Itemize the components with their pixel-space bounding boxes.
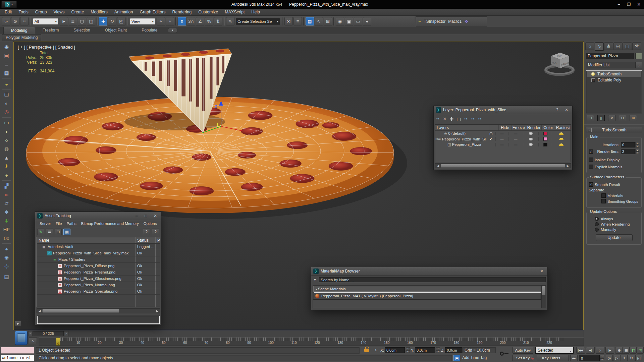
menu-item[interactable]: File (53, 221, 64, 226)
light-lister-icon[interactable]: ◒ (2, 80, 11, 88)
hair-fur-icon[interactable]: HF (2, 225, 11, 233)
asset-name[interactable]: Pepperoni_Pizza_Fresnel.png (64, 270, 115, 274)
coordinate-spinner[interactable]: ▲▼ (436, 347, 440, 353)
layer-manager-icon[interactable]: ▤ (306, 17, 314, 25)
spheres-icon[interactable]: ∞ (2, 190, 11, 198)
freeze-toggle[interactable]: — (508, 132, 523, 135)
asset-name[interactable]: Autodesk Vault (48, 245, 73, 249)
help-icon[interactable]: ? (152, 229, 159, 235)
frame-spinner[interactable]: ▲▼ (600, 355, 604, 361)
asset-row[interactable] (37, 301, 160, 307)
camera-bw-icon[interactable]: ▢ (2, 90, 11, 99)
rectangular-selection-icon[interactable]: ▢ (78, 17, 86, 25)
close-icon[interactable]: ✕ (563, 107, 570, 113)
select-move-icon[interactable]: ✚ (99, 17, 107, 25)
asset-row[interactable]: ▨Pepperoni_Pizza_Fresnel.png Ok (37, 269, 160, 276)
tree-view-icon[interactable]: ⊟ (55, 229, 62, 235)
minimize-button[interactable]: – (133, 213, 140, 219)
separator[interactable] (303, 17, 304, 25)
play-selected-icon[interactable]: ▷ (613, 355, 620, 361)
separator[interactable] (333, 17, 334, 25)
material-editor-icon[interactable]: ◉ (336, 17, 344, 25)
auto-key-button[interactable]: Auto Key (513, 347, 533, 354)
manually-radio[interactable] (595, 228, 599, 232)
object-color-swatch[interactable] (635, 53, 642, 59)
previous-frame-arrow[interactable]: < (28, 331, 33, 336)
close-button[interactable]: ✕ (634, 1, 644, 8)
info-view-icon[interactable]: ≣ (46, 229, 53, 235)
tab-object-paint[interactable]: Object Paint (98, 27, 134, 34)
menu-item[interactable]: Options (141, 221, 159, 226)
strip-separator[interactable] (2, 89, 11, 89)
key-filters-button[interactable]: Key Filters... (537, 355, 569, 361)
rendered-frame-icon[interactable]: ▭ (354, 17, 362, 25)
menu-item[interactable]: Help (248, 9, 263, 15)
smooth-result-checkbox[interactable]: ✓ (589, 182, 593, 187)
hide-toggle[interactable]: — (495, 143, 508, 146)
asset-row[interactable]: ▨Pepperoni_Pizza_Glossiness.png Ok (37, 276, 160, 282)
strip-separator[interactable] (2, 271, 11, 272)
next-frame-button[interactable]: |▶ (605, 347, 614, 354)
object-name-field[interactable]: Pepperoni_Pizza (586, 53, 634, 59)
strip-separator[interactable] (2, 180, 11, 181)
update-button[interactable]: Update (596, 234, 633, 241)
close-icon[interactable]: ✕ (152, 213, 159, 219)
key-mode-toggle[interactable]: ◀▶ (570, 355, 578, 361)
array-icon[interactable]: ▞ (2, 182, 11, 190)
menu-item[interactable]: Edit (1, 9, 15, 15)
play-button[interactable]: ▷ (596, 347, 604, 354)
render-settings-icon[interactable]: ▦ (2, 69, 11, 77)
viewport-label[interactable]: [ + ] [ Perspective ] [ Shaded ] (18, 45, 75, 50)
layer-name[interactable]: Pepperoni_Pizza_with_Slice (442, 137, 487, 141)
asset-dialog-titlebar[interactable]: ❯ Asset Tracking – □ ✕ (35, 212, 161, 220)
menu-item[interactable]: Create (68, 9, 88, 15)
set-keys-icon[interactable] (499, 348, 509, 361)
x-coordinate-field[interactable]: 0,0cm (385, 347, 405, 353)
motion-tab[interactable]: ◎ (613, 42, 623, 50)
asset-name[interactable]: Maps / Shaders (58, 257, 86, 261)
asset-name[interactable]: Pepperoni_Pizza_Normal.png (64, 283, 115, 287)
toolbar-overflow-arrow[interactable]: ▶ (15, 320, 21, 326)
schematic-view-icon[interactable]: ⊞ (324, 17, 332, 25)
expand-toggle[interactable]: ⊟ (435, 137, 438, 141)
select-object-icon[interactable]: ► (60, 17, 68, 25)
separator[interactable] (224, 17, 225, 25)
layer-color-cell[interactable] (538, 132, 552, 135)
scene-materials-group[interactable]: - Scene Materials (313, 286, 545, 292)
current-layer-indicator[interactable]: ✔ (486, 137, 495, 141)
make-unique-button[interactable]: ∨ (608, 115, 615, 121)
current-frame-field[interactable]: 0 (579, 355, 600, 361)
add-time-tag[interactable]: Add Time Tag (462, 355, 487, 360)
menu-item[interactable]: Views (50, 9, 68, 15)
use-pivot-center-icon[interactable]: ⌖ (157, 17, 165, 25)
time-configuration-icon[interactable]: ◷ (606, 355, 613, 361)
menu-item[interactable]: Bitmap Performance and Memory (79, 221, 141, 226)
help-button[interactable]: ? (553, 107, 561, 113)
unlink-icon[interactable]: ⊘ (11, 17, 19, 25)
menu-item[interactable]: Rendering (169, 9, 195, 15)
separator[interactable] (30, 17, 31, 25)
mini-curve-editor-icon[interactable]: ∿ (29, 338, 37, 344)
materials-checkbox[interactable] (601, 193, 606, 198)
hierarchy-tab[interactable]: ⋔ (604, 42, 613, 50)
cone-light-icon[interactable]: ▲ (2, 154, 11, 162)
color-swatch[interactable] (543, 143, 547, 146)
camera-night-icon[interactable]: ◐ (2, 99, 11, 107)
modifier-icon[interactable] (591, 72, 595, 76)
layer-properties-icon[interactable]: ≋ (478, 116, 482, 122)
configure-modifier-sets-button[interactable]: ⊞ (630, 115, 637, 121)
scrollbar-thumb[interactable] (42, 309, 119, 313)
color-swatch[interactable] (543, 137, 547, 141)
macro-grid-icon[interactable]: ❖ (464, 19, 469, 24)
hide-toggle[interactable]: — (495, 132, 508, 135)
menu-item[interactable]: Server (37, 221, 53, 226)
scroll-left-arrow[interactable]: ◀ (37, 309, 42, 313)
menu-item[interactable]: Tools (15, 9, 32, 15)
when-rendering-radio[interactable] (595, 222, 599, 226)
radiosity-toggle[interactable] (552, 138, 571, 140)
render-toggle[interactable] (523, 138, 538, 140)
coordinate-spinner[interactable]: ▲▼ (406, 347, 410, 353)
default-in-out-tangents-icon[interactable]: ∿ (529, 355, 535, 362)
fur-ox-icon[interactable]: 0x (2, 234, 11, 242)
polygon-modeling-tab[interactable]: Polygon Modeling (2, 34, 41, 41)
